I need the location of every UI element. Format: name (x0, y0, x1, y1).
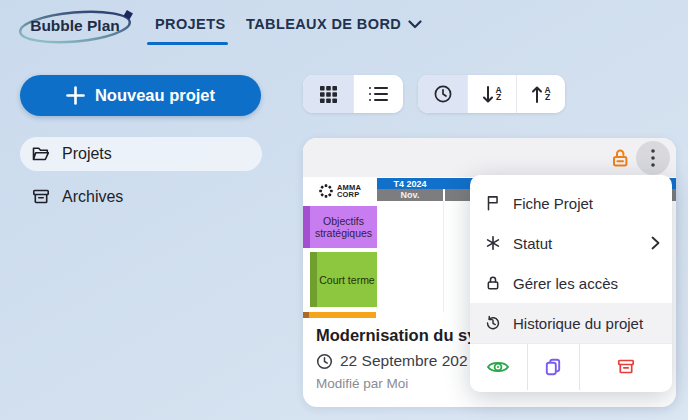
active-tab-underline (147, 42, 228, 45)
flag-icon (484, 194, 502, 212)
timeline-gridline (443, 201, 444, 312)
org-name-line2: CORP (337, 190, 359, 199)
duplicate-project-button[interactable] (527, 344, 580, 390)
clock-icon (433, 84, 453, 104)
asterisk-icon (484, 234, 502, 252)
copy-icon (543, 357, 563, 377)
lane-label: Court terme (319, 274, 374, 286)
sort-descending-button[interactable]: A Z (467, 75, 516, 113)
lane-objectifs-strategiques: Objectifs stratégiques (303, 206, 377, 248)
archive-icon (616, 357, 636, 377)
grid-icon (319, 85, 338, 104)
history-icon (484, 314, 502, 332)
logo-text: Bubble Plan (30, 17, 120, 34)
sidebar-item-label: Archives (62, 188, 123, 206)
sort-letter-z: Z (544, 94, 550, 102)
lane-label: Objectifs stratégiques (313, 215, 374, 239)
lock-icon (484, 274, 502, 292)
card-header-band (303, 138, 676, 177)
clock-icon (316, 353, 333, 370)
sort-letter-z: Z (495, 94, 501, 102)
sidebar-item-archives[interactable]: Archives (20, 180, 170, 214)
sort-group: A Z A Z (418, 75, 565, 113)
timeline-column-gap (443, 189, 445, 201)
list-view-button[interactable] (353, 75, 403, 113)
arrow-down-icon (482, 85, 494, 104)
lock-open-icon[interactable] (609, 147, 631, 169)
archive-project-button[interactable] (579, 344, 672, 390)
tab-tableaux-de-bord[interactable]: TABLEAUX DE BORD (246, 16, 422, 32)
chevron-right-icon (651, 236, 660, 250)
menu-action-row (470, 344, 672, 390)
folder-open-icon (31, 144, 51, 164)
plus-icon (66, 86, 85, 105)
list-icon (368, 85, 389, 103)
sort-ascending-icon: A Z (531, 85, 550, 104)
menu-item-statut[interactable]: Statut (470, 223, 672, 263)
card-context-menu: Fiche Projet Statut Gérer les accès (470, 175, 672, 392)
sort-ascending-button[interactable]: A Z (516, 75, 565, 113)
menu-item-label: Fiche Projet (513, 195, 660, 212)
gear-logo-icon (319, 184, 333, 198)
menu-item-fiche-projet[interactable]: Fiche Projet (470, 183, 672, 223)
chevron-down-icon (408, 20, 422, 29)
menu-item-label: Historique du projet (513, 315, 660, 332)
arrow-up-icon (531, 85, 543, 104)
sort-descending-icon: A Z (482, 85, 501, 104)
timeline-month-label: Nov. (377, 190, 443, 200)
timeline-quarter-label: T4 2024 (377, 179, 443, 189)
eye-icon (486, 357, 510, 377)
dots-vertical-icon (651, 149, 655, 167)
sort-by-date-button[interactable] (418, 75, 467, 113)
sidebar-item-label: Projets (62, 145, 112, 163)
menu-item-gerer-les-acces[interactable]: Gérer les accès (470, 263, 672, 303)
view-toggle-group (303, 75, 403, 113)
org-logo: AMMA CORP (303, 177, 377, 205)
card-menu-button[interactable] (636, 141, 670, 175)
lane-court-terme: Court terme (310, 252, 377, 307)
bubble-plan-logo[interactable]: Bubble Plan (16, 4, 142, 48)
project-date: 22 Septembre 202 (340, 352, 468, 370)
tab-projets[interactable]: PROJETS (155, 16, 226, 32)
menu-item-label: Gérer les accès (513, 275, 660, 292)
sidebar-item-projets[interactable]: Projets (20, 137, 262, 171)
app-window: Bubble Plan PROJETS TABLEAUX DE BORD Nou… (0, 0, 688, 420)
view-project-button[interactable] (470, 344, 527, 390)
menu-item-historique-du-projet[interactable]: Historique du projet (470, 303, 672, 343)
tab-projets-label: PROJETS (155, 16, 226, 32)
logo-swoosh-icon: Bubble Plan (16, 4, 142, 48)
menu-item-label: Statut (513, 235, 640, 252)
tab-boards-label: TABLEAUX DE BORD (246, 16, 401, 32)
new-project-label: Nouveau projet (95, 86, 215, 105)
grid-view-button[interactable] (303, 75, 353, 113)
archive-icon (31, 187, 51, 207)
new-project-button[interactable]: Nouveau projet (20, 75, 261, 116)
